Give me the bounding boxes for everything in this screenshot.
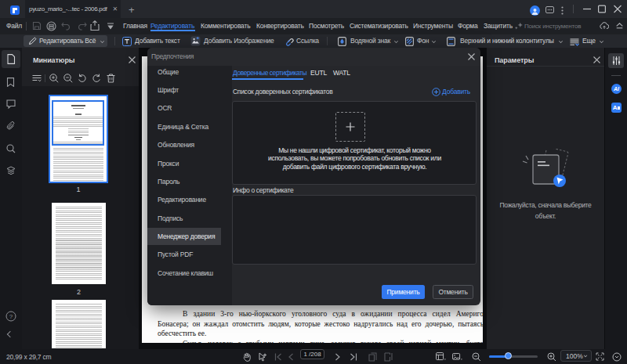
svg-text:?: ? bbox=[9, 313, 13, 320]
